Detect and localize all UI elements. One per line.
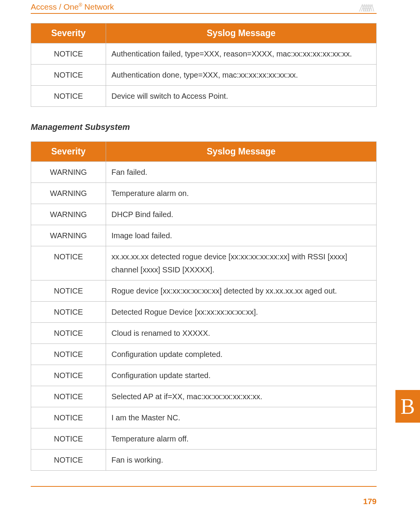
syslog-table-1: Severity Syslog Message NOTICE Authentic… [31,23,377,107]
cell-message: Temperature alarm off. [106,428,377,450]
table-row: WARNINGDHCP Bind failed. [31,204,377,225]
cell-severity: NOTICE [31,302,106,323]
cell-message: Cloud is renamed to XXXXX. [106,323,377,344]
cell-severity: WARNING [31,183,106,204]
cell-message: I am the Master NC. [106,407,377,428]
brand-logo-icon [357,2,377,12]
cell-severity: NOTICE [31,450,106,471]
table-row: NOTICE Authentication failed, type=XXX, … [31,43,377,65]
cell-message: Device will switch to Access Point. [106,86,377,107]
table-row: NOTICERogue device [xx:xx:xx:xx:xx:xx] d… [31,280,377,302]
cell-message: Configuration update completed. [106,344,377,365]
cell-severity: WARNING [31,162,106,183]
cell-severity: NOTICE [31,407,106,428]
cell-message: Fan failed. [106,162,377,183]
cell-message: Authentication done, type=XXX, mac:xx:xx… [106,65,377,86]
cell-severity: WARNING [31,225,106,246]
table-row: NOTICEDetected Rogue Device [xx:xx:xx:xx… [31,302,377,323]
cell-message: DHCP Bind failed. [106,204,377,225]
page-header: Access / One® Network [31,0,377,14]
table-row: NOTICExx.xx.xx.xx detected rogue device … [31,246,377,280]
col-severity: Severity [31,23,106,43]
table-row: WARNINGImage load failed. [31,225,377,246]
cell-message: Detected Rogue Device [xx:xx:xx:xx:xx:xx… [106,302,377,323]
col-severity: Severity [31,142,106,162]
cell-severity: NOTICE [31,344,106,365]
header-title: Access / One® Network [31,2,114,12]
table-row: WARNINGTemperature alarm on. [31,183,377,204]
table-row: NOTICEI am the Master NC. [31,407,377,428]
cell-severity: NOTICE [31,365,106,386]
cell-message: Rogue device [xx:xx:xx:xx:xx:xx] detecte… [106,280,377,302]
title-suffix: Network [82,2,114,11]
cell-severity: NOTICE [31,86,106,107]
cell-message: Fan is working. [106,450,377,471]
table-row: NOTICETemperature alarm off. [31,428,377,450]
cell-message: Temperature alarm on. [106,183,377,204]
cell-message: Image load failed. [106,225,377,246]
section-tab: B [395,390,420,423]
title-prefix: Access / One [31,2,79,11]
col-message: Syslog Message [106,142,377,162]
table-row: NOTICEConfiguration update completed. [31,344,377,365]
cell-severity: NOTICE [31,43,106,65]
cell-severity: NOTICE [31,280,106,302]
syslog-table-2: Severity Syslog Message WARNINGFan faile… [31,141,377,471]
cell-severity: NOTICE [31,428,106,450]
table-row: WARNINGFan failed. [31,162,377,183]
table-row: NOTICE Authentication done, type=XXX, ma… [31,65,377,86]
col-message: Syslog Message [106,23,377,43]
section-heading: Management Subsystem [31,122,377,132]
title-reg: ® [79,2,82,8]
table-row: NOTICEConfiguration update started. [31,365,377,386]
table-row: NOTICECloud is renamed to XXXXX. [31,323,377,344]
table-header-row: Severity Syslog Message [31,23,377,43]
table-row: NOTICEFan is working. [31,450,377,471]
table-row: NOTICESelected AP at if=XX, mac:xx:xx:xx… [31,386,377,407]
cell-severity: NOTICE [31,323,106,344]
cell-severity: NOTICE [31,65,106,86]
table-row: NOTICE Device will switch to Access Poin… [31,86,377,107]
cell-severity: NOTICE [31,246,106,280]
cell-severity: NOTICE [31,386,106,407]
cell-message: Authentication failed, type=XXX, reason=… [106,43,377,65]
cell-message: xx.xx.xx.xx detected rogue device [xx:xx… [106,246,377,280]
cell-message: Configuration update started. [106,365,377,386]
table-header-row: Severity Syslog Message [31,142,377,162]
cell-severity: WARNING [31,204,106,225]
page-number: 179 [31,487,377,506]
cell-message: Selected AP at if=XX, mac:xx:xx:xx:xx:xx… [106,386,377,407]
